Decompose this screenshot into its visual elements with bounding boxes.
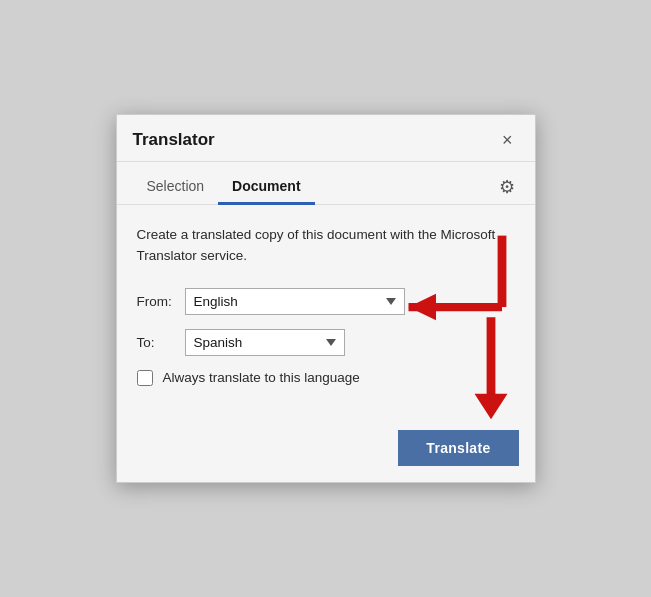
dialog-titlebar: Translator × (117, 115, 535, 162)
tabs-container: Selection Document (133, 170, 315, 204)
from-label: From: (137, 294, 175, 309)
always-translate-checkbox[interactable] (137, 370, 153, 386)
close-button[interactable]: × (496, 129, 519, 151)
to-select[interactable]: Spanish French German English Chinese Ja… (185, 329, 345, 356)
to-label: To: (137, 335, 175, 350)
tabs-row: Selection Document ⚙ (117, 162, 535, 205)
dialog-footer: Translate (117, 430, 535, 482)
from-row: From: English Auto Detect French German … (137, 288, 515, 315)
tab-selection[interactable]: Selection (133, 170, 219, 205)
translator-dialog: Translator × Selection Document ⚙ Create… (116, 114, 536, 483)
dialog-body: Create a translated copy of this documen… (117, 205, 535, 430)
description-text: Create a translated copy of this documen… (137, 225, 515, 266)
dialog-title: Translator (133, 130, 215, 150)
tab-document[interactable]: Document (218, 170, 314, 205)
from-select[interactable]: English Auto Detect French German Spanis… (185, 288, 405, 315)
checkbox-label: Always translate to this language (163, 370, 360, 385)
checkbox-row: Always translate to this language (137, 370, 515, 386)
svg-marker-4 (474, 394, 507, 420)
to-row: To: Spanish French German English Chines… (137, 329, 515, 356)
settings-button[interactable]: ⚙ (495, 172, 519, 202)
translate-button[interactable]: Translate (398, 430, 518, 466)
